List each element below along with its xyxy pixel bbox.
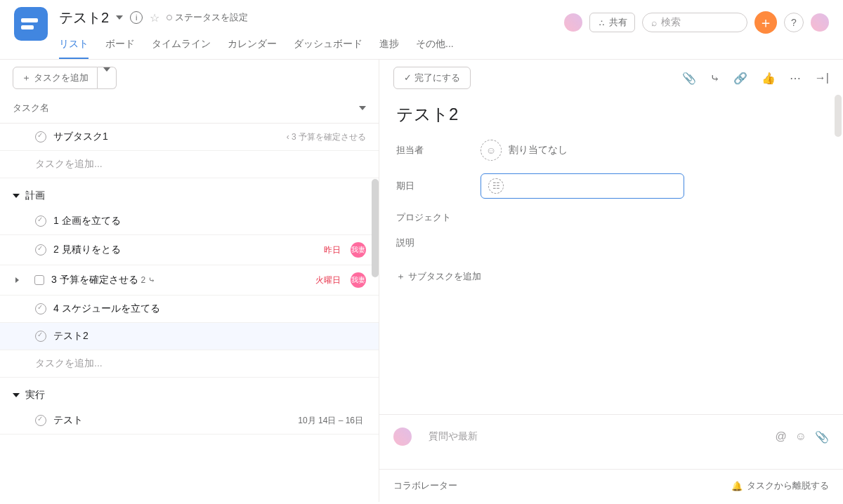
scrollbar[interactable] bbox=[372, 179, 379, 277]
due-date: 10月 14日 – 16日 bbox=[298, 415, 363, 427]
task-name: 2 見積りをとる bbox=[53, 244, 317, 256]
global-add-button[interactable]: ＋ bbox=[754, 11, 777, 34]
info-icon[interactable]: i bbox=[130, 11, 143, 24]
project-title[interactable]: テスト2 bbox=[59, 8, 109, 27]
share-button[interactable]: ⛬共有 bbox=[589, 13, 635, 32]
assignee-label: 担当者 bbox=[396, 144, 466, 157]
due-date: 火曜日 bbox=[315, 274, 341, 286]
add-task-placeholder[interactable]: タスクを追加... bbox=[0, 151, 379, 178]
attachment-icon[interactable]: 📎 bbox=[682, 72, 696, 85]
assignee-badge[interactable]: 我妻 bbox=[351, 242, 366, 258]
tab-timeline[interactable]: タイムライン bbox=[152, 34, 211, 59]
triangle-down-icon bbox=[13, 194, 20, 198]
tab-list[interactable]: リスト bbox=[59, 34, 89, 59]
task-name: 1 企画を立てる bbox=[53, 215, 366, 227]
chevron-down-icon[interactable] bbox=[359, 106, 366, 110]
add-subtask-button[interactable]: ＋ サブタスクを追加 bbox=[396, 270, 826, 283]
mention-icon[interactable]: @ bbox=[775, 430, 786, 444]
emoji-icon[interactable]: ☺ bbox=[795, 430, 806, 444]
assignee-badge[interactable]: 我妻 bbox=[351, 272, 366, 288]
scrollbar[interactable] bbox=[835, 95, 842, 137]
bell-icon: 🔔 bbox=[731, 481, 743, 491]
assignee-field[interactable]: ☺ 割り当てなし bbox=[481, 140, 568, 161]
task-row[interactable]: 3 予算を確定させる 2 ⤷ 火曜日 我妻 bbox=[0, 265, 379, 296]
project-icon[interactable] bbox=[14, 7, 48, 41]
task-name: サブタスク1 bbox=[53, 131, 280, 143]
task-detail-pane: ✓ 完了にする 📎 ⤷ 🔗 👍 ⋯ →| テスト2 担当者 ☺ 割り当てなし bbox=[379, 60, 843, 502]
due-label: 期日 bbox=[396, 180, 466, 192]
subtask-icon[interactable]: ⤷ bbox=[710, 72, 719, 85]
add-task-dropdown[interactable] bbox=[98, 67, 117, 89]
header: テスト2 i ☆ ステータスを設定 リスト ボード タイムライン カレンダー ダ… bbox=[0, 0, 843, 60]
more-icon[interactable]: ⋯ bbox=[790, 72, 801, 85]
tab-calendar[interactable]: カレンダー bbox=[228, 34, 277, 59]
section-exec[interactable]: 実行 bbox=[0, 378, 379, 407]
check-circle-icon[interactable] bbox=[35, 215, 46, 227]
people-icon: ⛬ bbox=[597, 18, 606, 28]
check-circle-icon[interactable] bbox=[35, 415, 46, 426]
tab-more[interactable]: その他... bbox=[416, 34, 454, 59]
like-icon[interactable]: 👍 bbox=[762, 72, 776, 85]
task-list-pane: ＋ タスクを追加 タスク名 サブタスク1 ‹ 3 予算を確定させる タスクを追加… bbox=[0, 60, 379, 502]
link-icon[interactable]: 🔗 bbox=[733, 72, 747, 85]
status-button[interactable]: ステータスを設定 bbox=[166, 11, 248, 24]
task-name: テスト bbox=[53, 414, 291, 427]
member-avatar[interactable] bbox=[564, 13, 582, 32]
tab-bar: リスト ボード タイムライン カレンダー ダッシュボード 進捗 その他... bbox=[59, 34, 564, 59]
section-plan[interactable]: 計画 bbox=[0, 178, 379, 208]
task-row[interactable]: テスト 10月 14日 – 16日 bbox=[0, 407, 379, 435]
add-task-button[interactable]: ＋ タスクを追加 bbox=[13, 67, 98, 89]
tab-dashboard[interactable]: ダッシュボード bbox=[294, 34, 362, 59]
task-title[interactable]: テスト2 bbox=[396, 103, 826, 126]
parent-ref[interactable]: ‹ 3 予算を確定させる bbox=[287, 131, 366, 143]
comment-input[interactable]: 質問や最新 bbox=[420, 422, 766, 451]
tab-board[interactable]: ボード bbox=[105, 34, 135, 59]
task-row-selected[interactable]: テスト2 bbox=[0, 323, 379, 350]
triangle-right-icon[interactable] bbox=[15, 277, 19, 283]
leave-task-button[interactable]: 🔔タスクから離脱する bbox=[731, 479, 829, 492]
task-name: 3 予算を確定させる 2 ⤷ bbox=[51, 274, 308, 286]
column-header-name[interactable]: タスク名 bbox=[13, 102, 49, 114]
task-row[interactable]: 2 見積りをとる 昨日 我妻 bbox=[0, 235, 379, 265]
collapse-icon[interactable]: →| bbox=[815, 72, 829, 84]
due-date: 昨日 bbox=[324, 244, 341, 256]
person-icon: ☺ bbox=[481, 140, 502, 161]
check-circle-icon[interactable] bbox=[35, 303, 46, 314]
task-row[interactable]: 1 企画を立てる bbox=[0, 208, 379, 235]
mark-complete-button[interactable]: ✓ 完了にする bbox=[393, 67, 471, 89]
star-icon[interactable]: ☆ bbox=[150, 11, 159, 25]
help-icon[interactable]: ? bbox=[784, 13, 804, 32]
comment-bar: 質問や最新 @ ☺ 📎 bbox=[379, 414, 843, 458]
description-label: 説明 bbox=[396, 237, 466, 249]
header-main: テスト2 i ☆ ステータスを設定 リスト ボード タイムライン カレンダー ダ… bbox=[59, 7, 564, 59]
check-circle-icon[interactable] bbox=[35, 131, 46, 142]
check-circle-icon[interactable] bbox=[35, 244, 46, 256]
collaborators-label[interactable]: コラボレーター bbox=[393, 479, 457, 492]
project-label: プロジェクト bbox=[396, 211, 466, 224]
task-row[interactable]: サブタスク1 ‹ 3 予算を確定させる bbox=[0, 124, 379, 151]
triangle-down-icon bbox=[13, 393, 20, 397]
due-date-input[interactable]: ☷ bbox=[481, 173, 684, 199]
detail-footer: コラボレーター 🔔タスクから離脱する bbox=[379, 469, 843, 502]
check-circle-icon[interactable] bbox=[35, 331, 46, 342]
user-avatar[interactable] bbox=[811, 13, 829, 32]
tab-progress[interactable]: 進捗 bbox=[379, 34, 399, 59]
add-task-placeholder[interactable]: タスクを追加... bbox=[0, 350, 379, 378]
commenter-avatar bbox=[393, 427, 412, 446]
search-input[interactable]: ⌕検索 bbox=[642, 13, 747, 32]
calendar-icon: ☷ bbox=[488, 178, 504, 194]
task-name: 4 スケジュールを立てる bbox=[53, 303, 366, 315]
header-right: ⛬共有 ⌕検索 ＋ ? bbox=[564, 7, 829, 34]
task-name: テスト2 bbox=[53, 330, 366, 343]
task-row[interactable]: 4 スケジュールを立てる bbox=[0, 296, 379, 323]
search-icon: ⌕ bbox=[651, 17, 657, 28]
subtask-icon bbox=[34, 275, 44, 285]
attachment-icon[interactable]: 📎 bbox=[815, 430, 829, 444]
chevron-down-icon[interactable] bbox=[116, 15, 123, 20]
